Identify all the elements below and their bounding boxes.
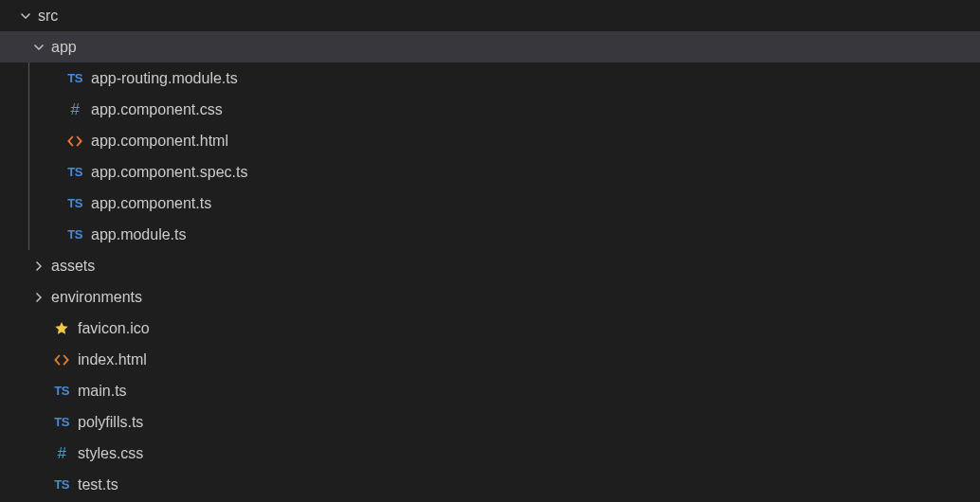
file-explorer-tree: srcappTSapp-routing.module.ts#app.compon… <box>0 0 980 500</box>
chevron-down-icon[interactable] <box>28 37 49 58</box>
html-file-icon <box>51 351 72 368</box>
typescript-file-icon: TS <box>51 384 72 398</box>
tree-item-label: favicon.ico <box>78 320 150 337</box>
css-file-icon: # <box>51 444 72 463</box>
tree-folder-item[interactable]: environments <box>0 281 980 313</box>
tree-item-label: app-routing.module.ts <box>91 70 238 87</box>
tree-item-label: app.component.html <box>91 133 228 150</box>
chevron-placeholder <box>42 99 63 120</box>
tree-file-item[interactable]: TSapp.component.ts <box>0 188 980 219</box>
chevron-placeholder <box>28 443 49 464</box>
chevron-placeholder <box>28 475 49 495</box>
chevron-placeholder <box>42 162 63 183</box>
tree-file-item[interactable]: app.component.html <box>0 125 980 156</box>
tree-file-item[interactable]: TSapp.component.spec.ts <box>0 156 980 188</box>
chevron-placeholder <box>28 412 49 433</box>
tree-file-item[interactable]: TSapp-routing.module.ts <box>0 63 980 94</box>
tree-item-label: environments <box>51 289 142 306</box>
tree-file-item[interactable]: index.html <box>0 344 980 375</box>
tree-file-item[interactable]: #app.component.css <box>0 94 980 125</box>
chevron-placeholder <box>42 193 63 214</box>
tree-folder-item[interactable]: assets <box>0 250 980 281</box>
tree-item-label: app.component.spec.ts <box>91 164 247 181</box>
chevron-down-icon[interactable] <box>15 6 36 27</box>
tree-item-label: main.ts <box>78 383 127 400</box>
tree-file-item[interactable]: favicon.ico <box>0 313 980 344</box>
tree-item-label: test.ts <box>78 476 118 493</box>
chevron-placeholder <box>42 131 63 152</box>
favicon-file-icon <box>51 321 72 336</box>
typescript-file-icon: TS <box>51 415 72 429</box>
tree-item-label: app.component.ts <box>91 195 211 212</box>
chevron-placeholder <box>28 350 49 370</box>
tree-item-label: index.html <box>78 351 147 368</box>
typescript-file-icon: TS <box>64 165 85 179</box>
tree-item-label: app.module.ts <box>91 226 187 243</box>
tree-file-item[interactable]: #styles.css <box>0 438 980 469</box>
chevron-right-icon[interactable] <box>28 287 49 308</box>
tree-folder-item[interactable]: app <box>0 31 980 63</box>
chevron-placeholder <box>42 224 63 245</box>
tree-item-label: styles.css <box>78 445 143 462</box>
typescript-file-icon: TS <box>64 71 85 85</box>
typescript-file-icon: TS <box>64 196 85 210</box>
tree-item-label: src <box>38 8 58 25</box>
tree-item-label: polyfills.ts <box>78 414 143 431</box>
tree-file-item[interactable]: TStest.ts <box>0 469 980 500</box>
chevron-placeholder <box>28 318 49 339</box>
chevron-right-icon[interactable] <box>28 256 49 277</box>
typescript-file-icon: TS <box>51 477 72 492</box>
tree-file-item[interactable]: TSmain.ts <box>0 375 980 406</box>
tree-folder-item[interactable]: src <box>0 0 980 31</box>
html-file-icon <box>64 133 85 150</box>
tree-item-label: app.component.css <box>91 101 223 118</box>
chevron-placeholder <box>28 381 49 402</box>
chevron-placeholder <box>42 68 63 89</box>
tree-item-label: assets <box>51 258 95 275</box>
css-file-icon: # <box>64 100 85 119</box>
tree-file-item[interactable]: TSapp.module.ts <box>0 219 980 250</box>
typescript-file-icon: TS <box>64 227 85 242</box>
tree-item-label: app <box>51 39 77 56</box>
tree-file-item[interactable]: TSpolyfills.ts <box>0 406 980 438</box>
